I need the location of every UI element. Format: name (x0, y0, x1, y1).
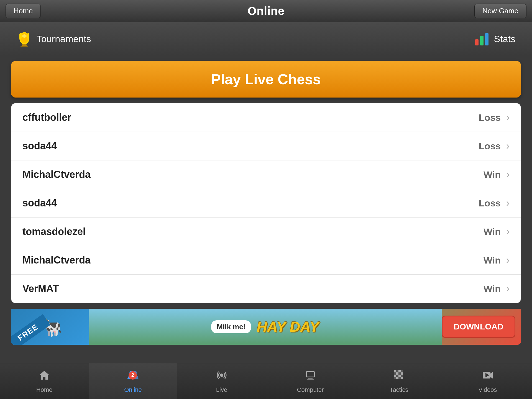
chevron-right-icon: › (506, 112, 510, 123)
svg-rect-7 (475, 39, 479, 45)
play-live-chess-button[interactable]: Play Live Chess (11, 61, 521, 98)
tab-badge: 2 (129, 371, 137, 380)
chevron-right-icon: › (506, 140, 510, 152)
game-row[interactable]: MichalCtverda Win › (11, 246, 521, 275)
game-result: Win (484, 283, 501, 294)
tactics-icon (393, 369, 405, 384)
game-result-area: Win › (484, 169, 510, 180)
tab-label-online: Online (124, 386, 142, 393)
game-username: VerMAT (22, 283, 59, 295)
header: Home Online New Game (0, 0, 532, 22)
svg-point-13 (220, 374, 223, 377)
game-row[interactable]: VerMAT Win › (11, 275, 521, 303)
main-content: Play Live Chess cffutboller Loss › soda4… (0, 55, 532, 309)
chevron-right-icon: › (506, 283, 510, 295)
ad-speech-bubble: Milk me! (211, 320, 251, 333)
svg-rect-5 (27, 33, 29, 39)
svg-rect-31 (396, 377, 398, 379)
chevron-right-icon: › (506, 254, 510, 266)
stats-icon (474, 31, 490, 47)
tab-label-videos: Videos (479, 386, 497, 393)
tab-bar: Home2OnlineLiveComputerTacticsVideos (0, 363, 532, 399)
ad-game-title: HAY DAY (257, 318, 319, 335)
svg-rect-19 (396, 370, 398, 372)
chevron-right-icon: › (506, 169, 510, 180)
game-result: Win (484, 255, 501, 266)
ad-banner[interactable]: FREE 🐄 Milk me! HAY DAY DOWNLOAD (11, 309, 521, 345)
game-result: Loss (479, 141, 501, 152)
ad-download-button[interactable]: DOWNLOAD (442, 316, 515, 338)
svg-rect-1 (21, 46, 28, 47)
svg-marker-10 (39, 371, 49, 380)
svg-rect-15 (308, 378, 313, 379)
house-icon (38, 369, 50, 384)
chevron-right-icon: › (506, 197, 510, 209)
svg-rect-17 (307, 372, 314, 377)
ad-left: FREE 🐄 (11, 309, 89, 345)
tab-label-live: Live (216, 386, 227, 393)
game-result-area: Win › (484, 254, 510, 266)
svg-rect-8 (480, 36, 484, 45)
new-game-button[interactable]: New Game (474, 4, 526, 18)
game-result: Win (484, 169, 501, 180)
tournaments-label: Tournaments (37, 34, 91, 44)
game-row[interactable]: MichalCtverda Win › (11, 160, 521, 189)
svg-rect-27 (396, 375, 398, 377)
game-result-area: Win › (484, 226, 510, 237)
svg-point-6 (22, 34, 27, 38)
tab-tactics[interactable]: Tactics (355, 363, 443, 399)
svg-rect-29 (401, 375, 403, 377)
game-username: tomasdolezel (22, 226, 86, 237)
game-result: Loss (479, 198, 501, 209)
sub-header: Tournaments Stats (0, 22, 532, 55)
game-username: soda44 (22, 140, 57, 152)
ad-cow-area: Milk me! HAY DAY (89, 309, 442, 345)
game-username: MichalCtverda (22, 254, 91, 266)
tab-videos[interactable]: Videos (443, 363, 532, 399)
game-result: Loss (479, 112, 501, 123)
game-username: cffutboller (22, 112, 71, 123)
stats-label: Stats (494, 34, 515, 44)
live-icon (216, 369, 228, 384)
game-username: soda44 (22, 197, 57, 209)
svg-rect-30 (394, 377, 396, 379)
game-row[interactable]: cffutboller Loss › (11, 103, 521, 132)
game-result-area: Loss › (479, 140, 510, 152)
svg-rect-21 (401, 370, 403, 372)
game-result: Win (484, 226, 501, 237)
tournaments-nav[interactable]: Tournaments (17, 30, 91, 47)
trophy-icon (17, 30, 32, 47)
ad-content: FREE 🐄 Milk me! HAY DAY DOWNLOAD (11, 309, 521, 345)
tab-label-tactics: Tactics (390, 386, 408, 393)
chevron-right-icon: › (506, 226, 510, 237)
svg-rect-16 (307, 379, 314, 380)
svg-rect-25 (401, 372, 403, 375)
tab-label-home: Home (36, 386, 53, 393)
svg-rect-4 (19, 33, 22, 39)
svg-rect-26 (394, 375, 396, 377)
tab-live[interactable]: Live (177, 363, 266, 399)
page-title: Online (247, 4, 285, 18)
tab-computer[interactable]: Computer (266, 363, 355, 399)
stats-nav[interactable]: Stats (474, 31, 515, 47)
svg-rect-32 (398, 377, 401, 379)
svg-rect-20 (398, 370, 401, 372)
game-result-area: Loss › (479, 197, 510, 209)
svg-rect-23 (396, 372, 398, 375)
svg-marker-35 (490, 372, 493, 378)
computer-icon (304, 369, 316, 384)
tab-home[interactable]: Home (0, 363, 89, 399)
tab-label-computer: Computer (297, 386, 324, 393)
tab-online[interactable]: 2Online (89, 363, 177, 399)
svg-rect-24 (398, 372, 401, 375)
game-username: MichalCtverda (22, 169, 91, 180)
game-list: cffutboller Loss › soda44 Loss › MichalC… (11, 103, 521, 303)
home-button[interactable]: Home (6, 4, 41, 18)
video-icon (482, 369, 494, 384)
game-row[interactable]: tomasdolezel Win › (11, 218, 521, 246)
svg-rect-28 (398, 375, 401, 377)
game-row[interactable]: soda44 Loss › (11, 189, 521, 218)
game-row[interactable]: soda44 Loss › (11, 132, 521, 160)
game-result-area: Win › (484, 283, 510, 295)
svg-rect-22 (394, 372, 396, 375)
